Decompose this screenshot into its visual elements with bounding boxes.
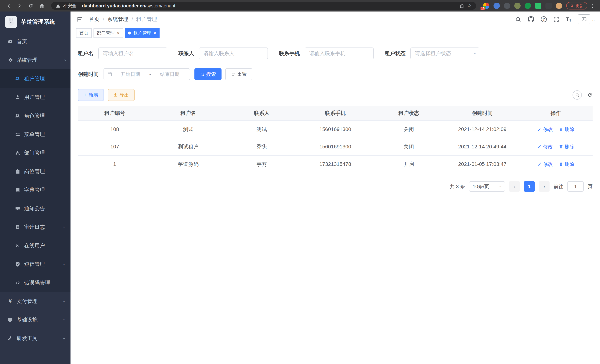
chevron-up-icon: › xyxy=(62,59,67,61)
avatar[interactable] xyxy=(578,14,590,24)
security-label[interactable]: 不安全 xyxy=(63,3,76,9)
table-header-row: 租户编号 租户名 联系人 联系手机 租户状态 创建时间 操作 xyxy=(78,106,593,121)
extension-icon-1[interactable]: 10 xyxy=(483,3,489,9)
bookmark-star-icon[interactable]: ☆ xyxy=(467,3,472,8)
toolbar-right xyxy=(572,90,593,100)
filter-status: 租户状态 › xyxy=(385,47,479,59)
header-search-button[interactable] xyxy=(515,16,521,22)
breadcrumb-system[interactable]: 系统管理 xyxy=(107,16,128,23)
reset-button[interactable]: 重置 xyxy=(225,68,252,80)
search-button[interactable]: 搜索 xyxy=(194,68,222,80)
sidebar-item-menu[interactable]: 菜单管理 xyxy=(0,125,71,144)
help-icon: ? xyxy=(541,16,547,22)
cell-tenant-id: 107 xyxy=(78,138,151,156)
add-button[interactable]: + 新增 xyxy=(78,89,104,101)
sidebar-fold-button[interactable] xyxy=(76,16,83,23)
next-page-button[interactable]: › xyxy=(539,181,550,192)
home-button[interactable] xyxy=(37,1,47,10)
close-icon[interactable]: × xyxy=(117,31,120,36)
logo-row[interactable]: 芋道管理系统 xyxy=(0,11,71,32)
delete-icon xyxy=(559,145,563,149)
roles-icon xyxy=(15,113,20,119)
sidebar-item-devtools[interactable]: 研发工具 › xyxy=(0,329,71,348)
extension-icon-8[interactable] xyxy=(556,3,562,9)
tenant-name-input[interactable] xyxy=(98,47,167,59)
status-select[interactable]: › xyxy=(410,47,479,59)
date-range-picker[interactable]: 开始日期 - 结束日期 xyxy=(103,68,190,80)
sidebar-item-infra[interactable]: 基础设施 › xyxy=(0,311,71,329)
table-row: 107 测试租户 秃头 15601691300 关闭 2021-12-14 20… xyxy=(78,138,593,156)
goto-page-input[interactable] xyxy=(567,181,584,192)
sidebar-item-sms[interactable]: 短信管理 › xyxy=(0,255,71,273)
contact-input[interactable] xyxy=(199,47,268,59)
breadcrumb-current: 租户管理 xyxy=(136,16,157,23)
refresh-table-button[interactable] xyxy=(587,92,593,98)
breadcrumb-home[interactable]: 首页 xyxy=(89,16,99,23)
extension-icon-6[interactable] xyxy=(535,3,541,9)
sidebar-item-error-code[interactable]: 错误码管理 xyxy=(0,273,71,292)
create-time-label: 创建时间 xyxy=(78,71,99,78)
avatar-caret-icon[interactable]: › xyxy=(591,20,596,21)
caret-down-icon: › xyxy=(498,186,504,187)
sidebar-item-dept[interactable]: 部门管理 xyxy=(0,144,71,162)
back-button[interactable] xyxy=(4,1,13,10)
browser-menu-icon[interactable]: ⋮ xyxy=(590,3,595,9)
status-select-input[interactable] xyxy=(410,47,479,59)
sidebar-item-dict[interactable]: 字典管理 xyxy=(0,181,71,199)
sidebar-item-tenant[interactable]: 租户管理 xyxy=(0,69,71,88)
extension-icon-7[interactable] xyxy=(545,3,552,9)
sidebar-item-payment[interactable]: ¥ 支付管理 › xyxy=(0,292,71,311)
edit-button[interactable]: 修改 xyxy=(537,126,553,133)
font-size-button[interactable]: TT xyxy=(566,17,572,22)
topbar: 首页 / 系统管理 / 租户管理 ? TT › xyxy=(71,11,600,27)
extension-icon-3[interactable] xyxy=(504,3,510,9)
chevron-down-icon: › xyxy=(62,263,67,265)
extension-icon-5[interactable] xyxy=(525,3,531,9)
sidebar-item-audit-log[interactable]: 审计日志 › xyxy=(0,218,71,236)
share-icon[interactable] xyxy=(459,3,464,8)
sidebar-item-system[interactable]: 系统管理 › xyxy=(0,51,71,69)
sidebar-item-home[interactable]: 首页 xyxy=(0,32,71,51)
current-page[interactable]: 1 xyxy=(524,181,535,192)
tab-dept[interactable]: 部门管理× xyxy=(94,28,123,38)
cell-status: 关闭 xyxy=(372,121,445,138)
sidebar-item-role[interactable]: 角色管理 xyxy=(0,106,71,125)
tab-tenant[interactable]: 租户管理× xyxy=(125,28,159,38)
help-button[interactable]: ? xyxy=(541,16,547,22)
edit-button[interactable]: 修改 xyxy=(537,144,553,150)
reload-button[interactable] xyxy=(26,1,36,10)
pagination: 共 3 条 10条/页 › ‹ 1 › 前往 页 xyxy=(78,181,593,192)
delete-button[interactable]: 删除 xyxy=(559,144,574,150)
filter-tenant-name: 租户名 xyxy=(78,47,167,59)
forward-button[interactable] xyxy=(15,1,25,10)
sidebar-item-online-users[interactable]: 在线用户 xyxy=(0,236,71,255)
close-icon[interactable]: × xyxy=(153,31,156,36)
page-size-select[interactable]: 10条/页 › xyxy=(469,181,505,192)
delete-button[interactable]: 删除 xyxy=(559,161,574,168)
font-size-small-icon: T xyxy=(569,18,572,22)
cell-contact: 测试 xyxy=(225,121,299,138)
export-button[interactable]: 导出 xyxy=(108,89,135,101)
tab-home[interactable]: 首页 xyxy=(76,28,92,38)
plus-icon: + xyxy=(84,92,87,98)
github-link[interactable] xyxy=(527,16,534,23)
url-text[interactable]: dashboard.yudao.iocoder.cn/system/tenant xyxy=(82,3,175,9)
sidebar-item-user[interactable]: 用户管理 xyxy=(0,88,71,106)
address-bar[interactable]: 不安全 dashboard.yudao.iocoder.cn/system/te… xyxy=(51,2,476,10)
sidebar-item-notice[interactable]: 通知公告 xyxy=(0,199,71,218)
toggle-search-button[interactable] xyxy=(572,90,582,100)
browser-update-button[interactable]: 更新 xyxy=(566,2,587,9)
extension-icon-2[interactable] xyxy=(494,3,500,9)
sidebar-item-post[interactable]: 岗位管理 xyxy=(0,162,71,181)
fullscreen-button[interactable] xyxy=(553,16,559,22)
browser-chrome: 不安全 dashboard.yudao.iocoder.cn/system/te… xyxy=(0,0,600,11)
edit-button[interactable]: 修改 xyxy=(537,161,553,168)
extension-icon-4[interactable] xyxy=(514,3,521,9)
cell-phone: 15601691300 xyxy=(299,138,372,156)
active-dot-icon xyxy=(128,32,131,35)
phone-input[interactable] xyxy=(305,47,374,59)
cell-created: 2021-12-14 21:02:09 xyxy=(445,121,519,138)
prev-page-button[interactable]: ‹ xyxy=(509,181,520,192)
breadcrumb: 首页 / 系统管理 / 租户管理 xyxy=(89,16,157,23)
delete-button[interactable]: 删除 xyxy=(559,126,574,133)
